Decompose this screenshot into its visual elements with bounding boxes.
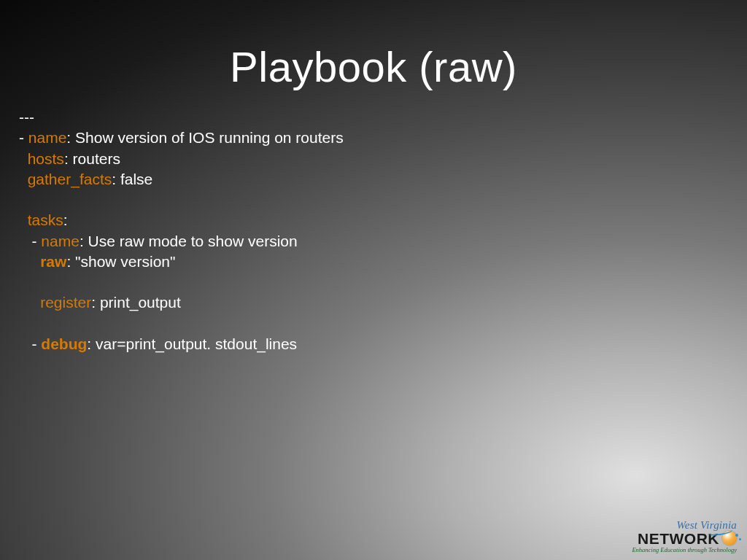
dash: - [19, 233, 41, 249]
logo-dot-icon [739, 538, 741, 540]
yaml-tasks: tasks: [19, 210, 747, 230]
yaml-task1-raw: raw: "show version" [19, 252, 747, 272]
val-gather-facts: : false [112, 171, 152, 187]
key-hosts: hosts [28, 150, 64, 167]
key-task1-raw: raw [40, 253, 66, 270]
dash: - [19, 129, 28, 146]
key-name: name [28, 129, 67, 146]
val-name: : Show version of IOS running on routers [66, 129, 343, 146]
yaml-content: --- - name: Show version of IOS running … [19, 107, 747, 354]
key-tasks: tasks [28, 211, 63, 228]
key-task2-debug: debug [41, 335, 87, 352]
yaml-gather-facts: gather_facts: false [19, 169, 747, 190]
key-task1-name: name [41, 233, 80, 249]
yaml-play-name: - name: Show version of IOS running on r… [19, 128, 747, 148]
tasks-colon: : [63, 211, 68, 228]
logo-tagline: Enhancing Education through Technology [632, 547, 737, 553]
val-task1-register: : print_output [91, 294, 181, 311]
slide-title: Playbook (raw) [0, 0, 747, 91]
key-gather-facts: gather_facts [28, 171, 112, 187]
yaml-task1-register: register: print_output [19, 292, 747, 313]
key-task1-register: register [40, 294, 91, 311]
logo-orb-icon [722, 531, 737, 545]
yaml-task2-debug: - debug: var=print_output. stdout_lines [19, 334, 747, 354]
logo-dot-icon [735, 534, 738, 537]
yaml-doc-start: --- [19, 107, 747, 128]
wvnet-logo: West Virginia NETWORK Enhancing Educatio… [632, 520, 737, 553]
val-task1-name: : Use raw mode to show version [80, 233, 298, 249]
dash: - [19, 335, 41, 352]
yaml-hosts: hosts: routers [19, 149, 747, 169]
val-task2-debug: : var=print_output. stdout_lines [87, 335, 297, 352]
val-hosts: : routers [64, 150, 120, 167]
val-task1-raw: : "show version" [66, 253, 175, 270]
yaml-task1-name: - name: Use raw mode to show version [19, 231, 747, 252]
